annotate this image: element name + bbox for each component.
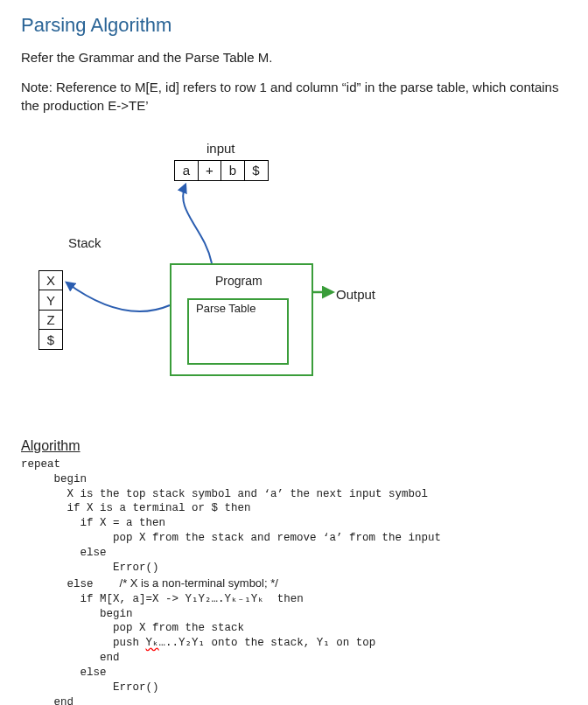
parse-table-label: Parse Table <box>196 302 256 315</box>
stack-label: Stack <box>68 235 102 250</box>
algo-line: repeat <box>21 458 60 471</box>
intro-text: Refer the Grammar and the Parse Table M. <box>21 49 567 66</box>
stack-cell: $ <box>38 329 63 350</box>
algo-line: Error() <box>21 681 159 694</box>
parser-diagram: input a + b $ Stack X Y Z $ Program Pars… <box>21 141 564 421</box>
input-label: input <box>206 141 235 156</box>
input-buffer: a + b $ <box>174 160 269 181</box>
algo-line: if M[X, a]=X -> Y₁Y₂….Yₖ₋₁Yₖ then <box>21 593 304 605</box>
algo-line: if X is a terminal or $ then <box>21 502 251 514</box>
input-cell: + <box>198 160 222 181</box>
algo-comment: /* X is a non-terminal symbol; */ <box>120 576 278 590</box>
input-cell: a <box>174 160 199 181</box>
algo-line: X is the top stack symbol and ‘a’ the ne… <box>21 488 428 500</box>
input-cell: $ <box>244 160 269 181</box>
algorithm-code: repeat begin X is the top stack symbol a… <box>21 457 567 705</box>
algo-line: pop X from the stack <box>21 622 244 634</box>
algo-line: begin <box>21 473 87 485</box>
stack-cell: Z <box>38 310 63 331</box>
program-label: Program <box>215 274 262 288</box>
algo-line: else <box>21 547 107 559</box>
program-box: Program Parse Table <box>170 263 313 376</box>
page-title: Parsing Algorithm <box>21 14 567 37</box>
algorithm-heading: Algorithm <box>21 438 567 454</box>
algo-line: push <box>21 637 146 649</box>
algo-spellcheck-mark: Yₖ <box>146 637 159 649</box>
stack-cell: Y <box>38 290 63 311</box>
parse-table-box: Parse Table <box>187 298 289 365</box>
algo-line: begin <box>21 608 133 620</box>
algo-line: Error() <box>21 562 159 574</box>
stack-cell: X <box>38 270 63 291</box>
input-cell: b <box>220 160 245 181</box>
algo-line: if X = a then <box>21 517 165 529</box>
algo-line: end <box>21 652 120 664</box>
algo-line: …..Y₂Y₁ onto the stack, Y₁ on top <box>159 637 376 649</box>
algo-line: else <box>21 667 107 679</box>
note-text: Note: Reference to M[E, id] refers to ro… <box>21 79 567 115</box>
algo-line: else <box>21 578 120 590</box>
algo-line: end <box>21 696 74 705</box>
algo-line: pop X from the stack and remove ‘a’ from… <box>21 532 441 544</box>
output-label: Output <box>336 287 375 302</box>
stack: X Y Z $ <box>38 270 63 351</box>
